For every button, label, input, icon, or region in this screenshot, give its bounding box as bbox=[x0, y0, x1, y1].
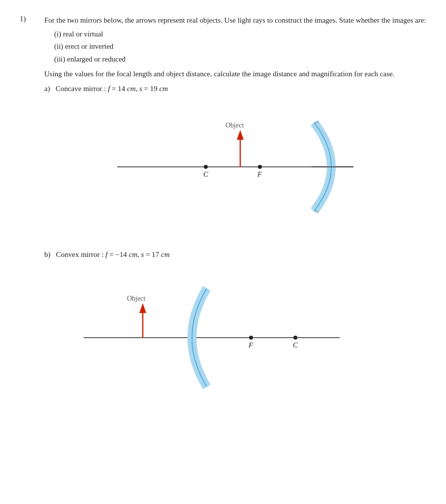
question-content: For the two mirrors below, the arrows re… bbox=[44, 15, 426, 416]
svg-text:Object: Object bbox=[225, 122, 244, 129]
svg-marker-9 bbox=[237, 130, 244, 140]
svg-point-6 bbox=[258, 165, 262, 169]
sub-item-2: (ii) erect or inverted bbox=[54, 40, 426, 53]
part-b-label: b) Convex mirror : f = −14 cm, s = 17 cm bbox=[44, 251, 426, 259]
svg-point-14 bbox=[293, 336, 297, 340]
question-number: 1) bbox=[20, 15, 39, 416]
svg-text:F: F bbox=[248, 341, 254, 349]
convex-mirror-svg: F C Object bbox=[74, 269, 350, 397]
concave-mirror-diagram: C F Object bbox=[44, 98, 426, 236]
sub-list: (i) real or virtual (ii) erect or invert… bbox=[54, 28, 426, 66]
svg-text:F: F bbox=[257, 170, 262, 178]
sub-item-1: (i) real or virtual bbox=[54, 28, 426, 41]
concave-mirror-svg: C F Object bbox=[107, 103, 363, 231]
part-a-text: Concave mirror : f = 14 cm, s = 19 cm bbox=[56, 85, 168, 93]
svg-text:Object: Object bbox=[127, 295, 145, 302]
part-b-block: b) Convex mirror : f = −14 cm, s = 17 cm… bbox=[44, 251, 426, 402]
svg-marker-17 bbox=[139, 303, 146, 313]
question-block: 1) For the two mirrors below, the arrows… bbox=[20, 15, 426, 416]
svg-point-12 bbox=[249, 336, 253, 340]
part-a-label: a) Concave mirror : f = 14 cm, s = 19 cm bbox=[44, 85, 426, 93]
svg-point-4 bbox=[204, 165, 208, 169]
question-text-1: For the two mirrors below, the arrows re… bbox=[44, 15, 426, 26]
question-text-2: Using the values for the focal length an… bbox=[44, 68, 426, 80]
svg-text:C: C bbox=[293, 341, 298, 349]
svg-text:C: C bbox=[203, 170, 209, 178]
convex-mirror-diagram: F C Object bbox=[44, 264, 426, 402]
sub-item-3: (iii) enlarged or reduced bbox=[54, 53, 426, 66]
part-b-text: Convex mirror : f = −14 cm, s = 17 cm bbox=[56, 251, 170, 258]
